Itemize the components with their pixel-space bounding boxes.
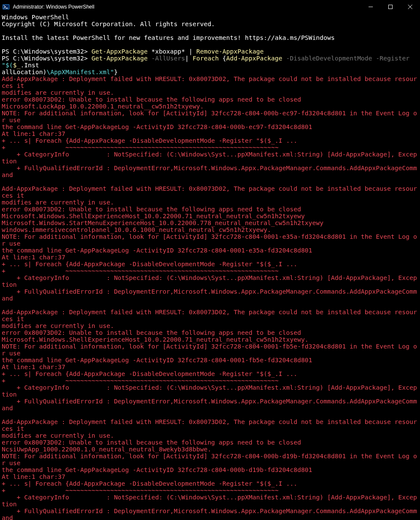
error-line: Microsoft.Windows.ShellExperienceHost_10… — [2, 213, 305, 219]
error-line: Add-AppxPackage : Deployment failed with… — [2, 309, 417, 322]
error-line: + ~~~~~~~~~~~~~~~~~~~~~~~~~~~~~~~~~~~~~~… — [2, 377, 279, 384]
error-line: At line:1 char:37 — [2, 473, 65, 480]
error-line: modifies are currently in use. — [2, 199, 114, 206]
prompt-line: PS C:\Windows\system32> Get-AppxPackage … — [2, 48, 264, 55]
title-left: Administrator: Windows PowerShell — [0, 3, 94, 10]
svg-rect-4 — [389, 5, 393, 9]
error-line: windows.immersivecontrolpanel_10.0.6.100… — [2, 226, 271, 233]
svg-rect-0 — [3, 4, 9, 9]
error-line: + ... s| Foreach {Add-AppxPackage -Disab… — [2, 480, 297, 487]
prompt-line: PS C:\Windows\system32> Get-AppxPackage … — [2, 55, 413, 69]
output-line: Install the latest PowerShell for new fe… — [2, 34, 335, 41]
error-line: error 0x80073D02: Unable to install beca… — [2, 206, 301, 213]
output-line: Copyright (C) Microsoft Corporation. All… — [2, 21, 215, 27]
maximize-button[interactable] — [381, 0, 400, 14]
error-line: + FullyQualifiedErrorId : DeploymentErro… — [2, 508, 417, 520]
error-line: Add-AppxPackage : Deployment failed with… — [2, 75, 417, 89]
error-line: NcsiUwpApp_1000.22000.1.0_neutral_neutra… — [2, 446, 211, 453]
error-line: Microsoft.LockApp_10.0.22000.1_neutral__… — [2, 103, 204, 110]
error-line: modifies are currently in use. — [2, 89, 114, 96]
error-line: Microsoft.Windows.StartMenuExperienceHos… — [2, 219, 324, 226]
error-line: NOTE: For additional information, look f… — [2, 233, 417, 247]
error-line: + CategoryInfo : NotSpecified: (C:\Windo… — [2, 151, 417, 165]
error-line: error 0x80073D02: Unable to install beca… — [2, 329, 301, 336]
error-line: + CategoryInfo : NotSpecified: (C:\Windo… — [2, 274, 417, 288]
error-line: the command line Get-AppPackageLog -Acti… — [2, 247, 312, 254]
error-line: modifies are currently in use. — [2, 322, 114, 329]
error-line: At line:1 char:37 — [2, 364, 65, 370]
error-line: + ... s| Foreach {Add-AppxPackage -Disab… — [2, 370, 297, 377]
error-line: + FullyQualifiedErrorId : DeploymentErro… — [2, 165, 417, 178]
error-line: + FullyQualifiedErrorId : DeploymentErro… — [2, 398, 417, 412]
error-line: Add-AppxPackage : Deployment failed with… — [2, 185, 417, 199]
powershell-icon — [3, 3, 9, 10]
terminal-output[interactable]: Windows PowerShell Copyright (C) Microso… — [0, 14, 420, 520]
close-button[interactable] — [400, 0, 420, 14]
error-line: NOTE: For additional information, look f… — [2, 343, 417, 357]
error-line: error 0x80073D02: Unable to install beca… — [2, 96, 301, 103]
error-line: + ~~~~~~~~~~~~~~~~~~~~~~~~~~~~~~~~~~~~~~… — [2, 144, 279, 151]
minimize-button[interactable] — [361, 0, 381, 14]
error-line: + CategoryInfo : NotSpecified: (C:\Windo… — [2, 494, 417, 508]
error-line: + CategoryInfo : NotSpecified: (C:\Windo… — [2, 384, 417, 398]
error-line: NOTE: For additional information, look f… — [2, 453, 417, 466]
error-line: error 0x80073D02: Unable to install beca… — [2, 439, 301, 446]
error-line: the command line Get-AppPackageLog -Acti… — [2, 123, 312, 130]
window-title: Administrator: Windows PowerShell — [13, 4, 94, 10]
error-line: + ... s| Foreach {Add-AppxPackage -Disab… — [2, 137, 297, 144]
error-line: modifies are currently in use. — [2, 432, 114, 439]
error-line: + ~~~~~~~~~~~~~~~~~~~~~~~~~~~~~~~~~~~~~~… — [2, 487, 279, 494]
prompt-line: allLocation)\AppXManifest.xml"} — [2, 69, 118, 75]
error-line: + ~~~~~~~~~~~~~~~~~~~~~~~~~~~~~~~~~~~~~~… — [2, 268, 279, 274]
window-controls — [361, 0, 420, 14]
title-bar[interactable]: Administrator: Windows PowerShell — [0, 0, 420, 14]
error-line: + FullyQualifiedErrorId : DeploymentErro… — [2, 288, 417, 302]
error-line: the command line Get-AppPackageLog -Acti… — [2, 357, 312, 364]
error-line: At line:1 char:37 — [2, 254, 65, 261]
error-line: Microsoft.Windows.ShellExperienceHost_10… — [2, 336, 309, 343]
error-line: At line:1 char:37 — [2, 130, 65, 137]
error-line: the command line Get-AppPackageLog -Acti… — [2, 466, 312, 473]
error-line: Add-AppxPackage : Deployment failed with… — [2, 418, 417, 432]
error-line: + ... s| Foreach {Add-AppxPackage -Disab… — [2, 261, 297, 268]
error-line: NOTE: For additional information, look f… — [2, 110, 417, 123]
output-line: Windows PowerShell — [2, 14, 69, 21]
